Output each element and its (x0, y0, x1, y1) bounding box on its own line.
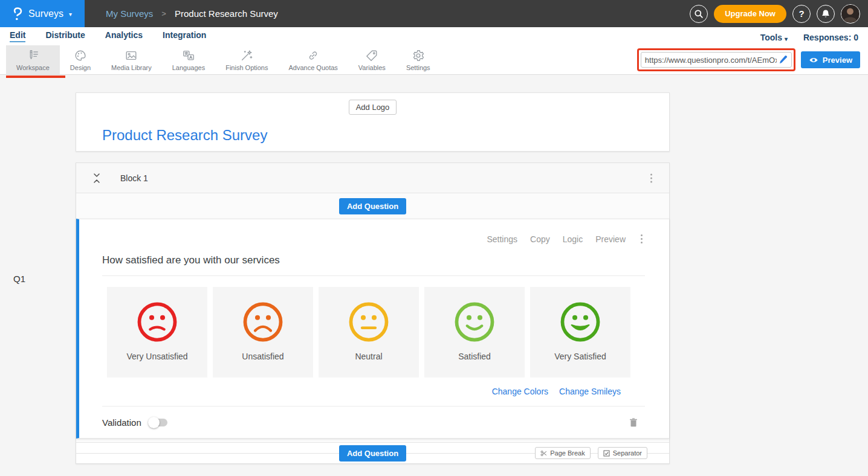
toolbar-item-label: Variables (358, 64, 386, 71)
toolbar-item-advance-quotas[interactable]: Advance Quotas (278, 45, 348, 74)
pencil-icon (779, 56, 788, 64)
toolbar-item-languages[interactable]: Languages (162, 45, 215, 74)
add-logo-button[interactable]: Add Logo (349, 100, 397, 115)
add-question-button-top[interactable]: Add Question (339, 198, 406, 214)
toolbar-item-variables[interactable]: Variables (348, 45, 396, 74)
editor-toolbar: WorkspaceDesignMedia LibraryLanguagesFin… (0, 45, 868, 75)
notifications-button[interactable] (817, 5, 835, 23)
toolbar-item-label: Settings (406, 64, 430, 71)
block-title[interactable]: Block 1 (120, 173, 148, 183)
workspace-icon (26, 49, 39, 62)
block-header: Block 1 (76, 163, 669, 193)
smiley-options-row: Very Unsatisfied Unsatisfied Neutral Sat… (107, 287, 645, 378)
smiley-option-label: Very Unsatisfied (126, 352, 187, 361)
add-question-button-bottom[interactable]: Add Question (339, 445, 406, 462)
nav-tab-edit[interactable]: Edit (10, 30, 25, 42)
breadcrumb-my-surveys[interactable]: My Surveys (106, 8, 153, 19)
add-question-row-bottom: Add Question Page Break Separator (76, 442, 669, 463)
question-menu-preview[interactable]: Preview (595, 234, 626, 244)
tools-menu[interactable]: Tools ▾ (760, 33, 788, 42)
question-menu: SettingsCopyLogicPreview (102, 219, 645, 246)
toolbar-item-workspace[interactable]: Workspace (6, 45, 60, 74)
smiley-option-unsatisfied[interactable]: Unsatisfied (213, 287, 313, 378)
toolbar-item-finish-options[interactable]: Finish Options (215, 45, 278, 74)
collapse-icon (92, 173, 102, 184)
toolbar-item-label: Finish Options (225, 64, 268, 71)
change-colors-link[interactable]: Change Colors (492, 387, 548, 396)
smiley-option-satisfied[interactable]: Satisfied (424, 287, 525, 378)
block-insert-buttons: Page Break Separator (535, 447, 647, 459)
bell-icon (821, 9, 831, 19)
separator-button[interactable]: Separator (598, 447, 647, 459)
survey-url-text: https://www.questionpro.com/t/AEmOx2 (645, 56, 777, 65)
page-break-icon (540, 450, 547, 457)
surveys-menu[interactable]: Surveys ▾ (0, 0, 85, 27)
gear-icon (412, 49, 425, 62)
add-question-row-top: Add Question (76, 193, 669, 219)
top-bar: Surveys ▾ My Surveys > Product Research … (0, 0, 868, 27)
question-menu-copy[interactable]: Copy (530, 234, 550, 244)
smiley-frown-slight-icon (135, 287, 179, 344)
block-menu-button[interactable] (648, 171, 655, 185)
responses-count[interactable]: Responses: 0 (803, 33, 858, 42)
toolbar-item-settings[interactable]: Settings (396, 45, 441, 74)
smiley-option-neutral[interactable]: Neutral (319, 287, 419, 378)
delete-question-button[interactable] (628, 416, 639, 428)
annotation-workspace-underline (6, 76, 65, 78)
nav-tab-analytics[interactable]: Analytics (105, 30, 143, 42)
toolbar-item-label: Languages (172, 64, 205, 71)
survey-editor-canvas: Q1 Add Logo Product Research Survey Bloc… (0, 92, 868, 476)
preview-button[interactable]: Preview (801, 51, 860, 68)
edit-url-button[interactable] (779, 56, 788, 64)
smiley-option-very-unsatisfied[interactable]: Very Unsatisfied (107, 287, 207, 378)
validation-row: Validation (102, 406, 645, 438)
question-menu-items: SettingsCopyLogicPreview (487, 234, 626, 244)
smiley-option-label: Neutral (355, 352, 382, 361)
media-image-icon (125, 49, 138, 62)
question-text[interactable]: How satisfied are you with our services (102, 254, 645, 276)
tag-icon (365, 49, 378, 62)
nav-right: Tools ▾ Responses: 0 (760, 33, 858, 42)
validation-label: Validation (102, 417, 141, 428)
smiley-option-label: Satisfied (458, 352, 491, 361)
annotation-url-highlight: https://www.questionpro.com/t/AEmOx2 (637, 48, 795, 71)
search-button[interactable] (690, 5, 708, 23)
smiley-frown-icon (241, 287, 285, 344)
toolbar-item-label: Media Library (111, 64, 152, 71)
magic-wand-icon (240, 49, 253, 62)
block-card: Block 1 Add Question SettingsCopyLogicPr… (76, 162, 670, 464)
smiley-option-label: Unsatisfied (242, 352, 283, 361)
question-kebab-button[interactable] (638, 232, 645, 246)
toolbar-items: WorkspaceDesignMedia LibraryLanguagesFin… (6, 45, 441, 74)
question-menu-settings[interactable]: Settings (487, 234, 517, 244)
toolbar-item-design[interactable]: Design (60, 45, 101, 74)
chevron-down-icon: ▾ (785, 36, 788, 42)
toolbar-item-label: Advance Quotas (288, 64, 337, 71)
toolbar-item-label: Workspace (16, 64, 50, 71)
upgrade-now-button[interactable]: Upgrade Now (714, 5, 786, 23)
breadcrumb: My Surveys > Product Research Survey (106, 8, 278, 19)
chain-link-icon (306, 49, 320, 62)
change-smileys-link[interactable]: Change Smileys (559, 387, 621, 396)
survey-title[interactable]: Product Research Survey (102, 127, 669, 144)
toolbar-item-label: Design (70, 64, 91, 71)
chevron-down-icon: ▾ (69, 11, 72, 18)
eye-icon (809, 56, 818, 64)
nav-tab-integration[interactable]: Integration (163, 30, 206, 42)
smiley-option-label: Very Satisfied (554, 352, 606, 361)
smiley-option-very-satisfied[interactable]: Very Satisfied (530, 287, 630, 378)
checkbox-checked-icon (603, 450, 610, 457)
smiley-smile-big-icon (559, 287, 602, 344)
validation-toggle[interactable] (149, 419, 167, 426)
user-avatar[interactable] (841, 4, 860, 24)
help-button[interactable]: ? (792, 5, 811, 23)
question-number-label: Q1 (13, 274, 25, 284)
survey-url-field[interactable]: https://www.questionpro.com/t/AEmOx2 (641, 52, 792, 68)
toolbar-item-media-library[interactable]: Media Library (101, 45, 162, 74)
design-palette-icon (74, 49, 87, 62)
question-menu-logic[interactable]: Logic (563, 234, 583, 244)
nav-tabs: EditDistributeAnalyticsIntegration (10, 30, 206, 42)
nav-tab-distribute[interactable]: Distribute (45, 30, 85, 42)
collapse-block-button[interactable] (92, 173, 102, 184)
page-break-button[interactable]: Page Break (535, 447, 590, 459)
